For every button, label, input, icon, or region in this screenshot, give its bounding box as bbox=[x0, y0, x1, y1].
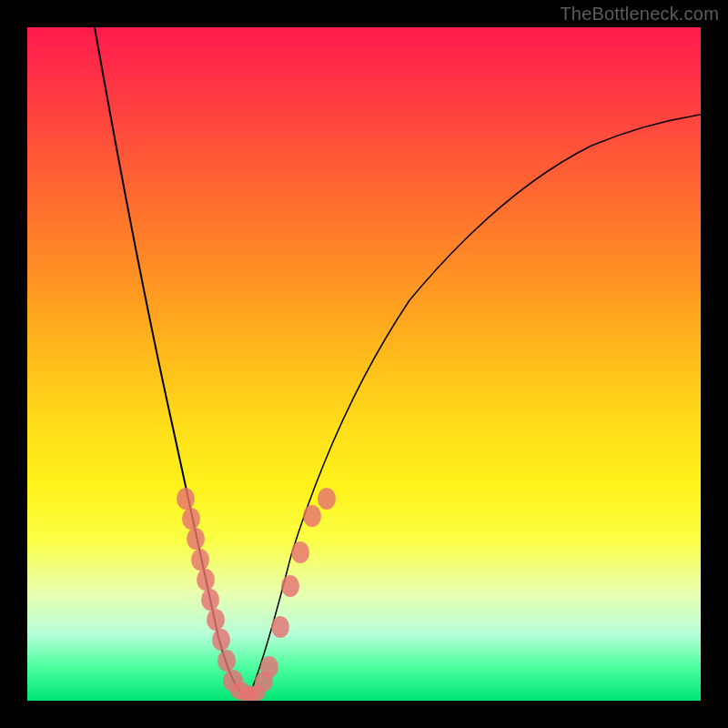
left-curve bbox=[95, 27, 240, 692]
data-point bbox=[303, 505, 321, 527]
right-curve-path bbox=[250, 115, 701, 693]
data-point bbox=[177, 488, 195, 510]
data-point bbox=[217, 650, 236, 672]
data-point bbox=[182, 508, 200, 530]
data-point bbox=[207, 609, 225, 631]
data-point bbox=[281, 575, 299, 597]
plot-area bbox=[27, 27, 701, 701]
left-curve-path bbox=[95, 27, 240, 692]
data-point bbox=[187, 528, 205, 550]
data-point bbox=[271, 616, 289, 638]
data-point bbox=[260, 656, 278, 678]
watermark-text: TheBottleneck.com bbox=[560, 4, 719, 25]
data-point bbox=[291, 541, 309, 563]
scatter-left-group bbox=[177, 488, 259, 701]
data-point bbox=[318, 488, 336, 510]
data-point bbox=[191, 549, 209, 571]
scatter-right-group bbox=[249, 488, 336, 701]
right-curve bbox=[250, 115, 701, 693]
chart-svg bbox=[27, 27, 701, 701]
data-point bbox=[212, 629, 230, 651]
chart-frame: TheBottleneck.com bbox=[0, 0, 728, 728]
data-point bbox=[197, 569, 215, 591]
data-point bbox=[201, 589, 219, 611]
